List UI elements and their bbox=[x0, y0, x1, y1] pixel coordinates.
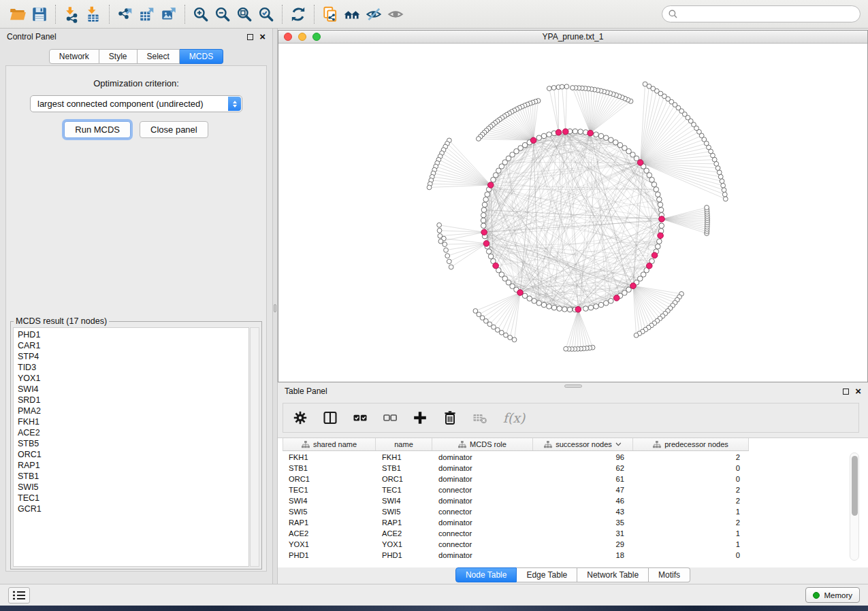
select-all-button[interactable] bbox=[351, 409, 369, 427]
save-session-button[interactable] bbox=[29, 3, 50, 25]
float-panel-icon[interactable] bbox=[247, 34, 253, 40]
network-window-titlebar[interactable]: YPA_prune.txt_1 bbox=[278, 31, 867, 44]
show-all-button[interactable] bbox=[385, 3, 406, 25]
status-bar: Memory bbox=[0, 584, 868, 606]
export-image-button[interactable] bbox=[158, 3, 180, 25]
mcds-result-item[interactable]: TID3 bbox=[14, 362, 248, 373]
float-table-panel-icon[interactable] bbox=[843, 389, 849, 395]
table-row[interactable]: RAP1RAP1dominator352 bbox=[283, 517, 854, 528]
import-table-button[interactable] bbox=[82, 3, 104, 25]
zoom-in-button[interactable] bbox=[190, 3, 212, 25]
column-header-successor_nodes[interactable]: successor nodes bbox=[533, 438, 633, 450]
cell-predecessor_nodes: 0 bbox=[633, 464, 749, 472]
table-panel-tabs: Node TableEdge TableNetwork TableMotifs bbox=[278, 567, 868, 582]
tab-network[interactable]: Network bbox=[49, 49, 99, 64]
cell-mcds_role: connector bbox=[432, 540, 533, 548]
sort-desc-icon bbox=[615, 442, 622, 446]
table-scrollbar-thumb[interactable] bbox=[852, 456, 858, 516]
first-neighbors-button[interactable] bbox=[341, 3, 363, 25]
cell-name: PHD1 bbox=[376, 551, 432, 559]
search-box[interactable] bbox=[662, 5, 861, 22]
tab-select[interactable]: Select bbox=[138, 49, 180, 64]
mcds-result-item[interactable]: ORC1 bbox=[14, 449, 248, 460]
network-from-selection-button[interactable] bbox=[319, 3, 341, 25]
memory-button[interactable]: Memory bbox=[805, 587, 860, 603]
mcds-result-item[interactable]: RAP1 bbox=[14, 460, 248, 471]
mcds-result-item[interactable]: YOX1 bbox=[14, 373, 248, 384]
table-row[interactable]: ORC1ORC1dominator610 bbox=[283, 474, 854, 484]
zoom-selected-button[interactable] bbox=[255, 3, 277, 25]
column-header-predecessor_nodes[interactable]: predecessor nodes bbox=[633, 438, 749, 450]
window-maximize-icon[interactable] bbox=[312, 33, 321, 41]
mcds-result-item[interactable]: GCR1 bbox=[14, 503, 248, 514]
close-panel-icon[interactable]: × bbox=[259, 33, 266, 40]
open-folder-icon bbox=[9, 5, 27, 23]
export-network-button[interactable] bbox=[114, 3, 136, 25]
mcds-result-item[interactable]: STB5 bbox=[14, 438, 248, 449]
mcds-result-item[interactable]: PMA2 bbox=[14, 406, 248, 416]
mcds-result-item[interactable]: SWI4 bbox=[14, 384, 248, 395]
table-settings-button[interactable] bbox=[291, 409, 309, 427]
column-visibility-button[interactable] bbox=[321, 409, 339, 427]
mcds-result-item[interactable]: SRD1 bbox=[14, 395, 248, 406]
zoom-out-button[interactable] bbox=[212, 3, 234, 25]
table-scrollbar[interactable] bbox=[850, 452, 859, 561]
task-history-button[interactable] bbox=[8, 587, 30, 604]
mcds-result-item[interactable]: PHD1 bbox=[14, 329, 248, 340]
vertical-splitter[interactable] bbox=[272, 29, 278, 584]
network-graph[interactable] bbox=[278, 44, 867, 382]
cell-successor_nodes: 43 bbox=[533, 508, 633, 516]
run-mcds-button[interactable]: Run MCDS bbox=[64, 121, 131, 138]
export-table-button[interactable] bbox=[136, 3, 158, 25]
tab-motifs[interactable]: Motifs bbox=[649, 567, 690, 582]
network-canvas[interactable] bbox=[278, 44, 867, 382]
table-header-row: shared namenameMCDS rolesuccessor nodesp… bbox=[283, 438, 749, 451]
table-row[interactable]: YOX1YOX1connector291 bbox=[283, 539, 854, 550]
open-folder-button[interactable] bbox=[7, 3, 29, 25]
cell-mcds_role: dominator bbox=[432, 551, 533, 559]
tab-network-table[interactable]: Network Table bbox=[577, 567, 649, 582]
table-row[interactable]: ACE2ACE2connector311 bbox=[283, 528, 854, 539]
mcds-result-item[interactable]: SWI5 bbox=[14, 482, 248, 493]
delete-column-button[interactable] bbox=[441, 409, 459, 427]
mcds-result-item[interactable]: STB1 bbox=[14, 471, 248, 482]
mcds-result-item[interactable]: ACE2 bbox=[14, 427, 248, 438]
mcds-result-item[interactable]: STP4 bbox=[14, 351, 248, 362]
close-table-panel-icon[interactable]: × bbox=[855, 388, 861, 395]
add-column-button[interactable] bbox=[411, 409, 429, 427]
mcds-result-scrollbar[interactable] bbox=[250, 327, 259, 567]
deselect-all-button[interactable] bbox=[381, 409, 399, 427]
mcds-result-item[interactable]: CAR1 bbox=[14, 340, 248, 351]
mcds-result-item[interactable]: FKH1 bbox=[14, 416, 248, 427]
cell-predecessor_nodes: 2 bbox=[633, 453, 749, 461]
column-header-name[interactable]: name bbox=[376, 438, 432, 450]
hide-selected-button[interactable] bbox=[363, 3, 385, 25]
memory-label: Memory bbox=[824, 591, 852, 599]
optimization-criterion-select[interactable]: largest connected component (undirected) bbox=[30, 95, 242, 112]
tab-node-table[interactable]: Node Table bbox=[455, 567, 517, 582]
cell-successor_nodes: 62 bbox=[533, 464, 633, 472]
export-network-icon bbox=[116, 5, 134, 23]
window-close-icon[interactable] bbox=[284, 33, 292, 41]
window-minimize-icon[interactable] bbox=[298, 33, 306, 41]
table-row[interactable]: TEC1TEC1connector472 bbox=[283, 484, 854, 495]
refresh-button[interactable] bbox=[287, 3, 309, 25]
table-row[interactable]: SWI4SWI4dominator462 bbox=[283, 495, 854, 506]
tab-edge-table[interactable]: Edge Table bbox=[517, 567, 577, 582]
tab-style[interactable]: Style bbox=[99, 49, 138, 64]
column-header-shared_name[interactable]: shared name bbox=[283, 438, 376, 450]
mcds-result-item[interactable]: TEC1 bbox=[14, 493, 248, 503]
tab-mcds[interactable]: MCDS bbox=[180, 49, 223, 64]
table-row[interactable]: FKH1FKH1dominator962 bbox=[283, 452, 854, 463]
close-panel-button[interactable]: Close panel bbox=[140, 121, 208, 138]
table-row[interactable]: STB1STB1dominator620 bbox=[283, 463, 854, 474]
splitter-grip[interactable] bbox=[274, 304, 276, 312]
mcds-result-box: MCDS result (17 nodes) PHD1CAR1STP4TID3Y… bbox=[10, 316, 262, 569]
import-network-button[interactable] bbox=[61, 3, 82, 25]
main-toolbar bbox=[0, 0, 868, 29]
table-row[interactable]: SWI5SWI5connector431 bbox=[283, 506, 854, 517]
column-header-mcds_role[interactable]: MCDS role bbox=[432, 438, 533, 450]
zoom-fit-button[interactable] bbox=[234, 3, 255, 25]
table-row[interactable]: PHD1PHD1dominator180 bbox=[283, 550, 854, 561]
search-input[interactable] bbox=[681, 10, 854, 19]
